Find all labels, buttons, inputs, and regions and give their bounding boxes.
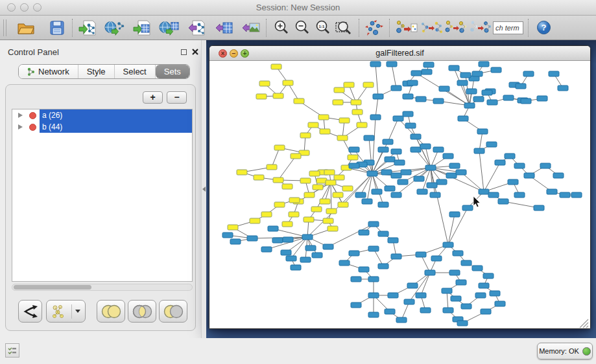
toolbar-separator: [72, 19, 73, 37]
expand-caret-icon[interactable]: [18, 113, 23, 118]
apply-preferred-layout-button[interactable]: [364, 18, 385, 38]
control-panel-title: Control Panel: [8, 47, 59, 57]
export-table-icon: [214, 19, 233, 36]
zoom-out-icon: [294, 19, 311, 36]
control-panel-header: Control Panel: [0, 43, 201, 60]
export-image-icon: [241, 19, 261, 36]
open-session-button[interactable]: [16, 18, 36, 38]
toolbar-separator: [528, 19, 529, 37]
export-image-button[interactable]: [241, 18, 261, 38]
union-button[interactable]: [97, 300, 125, 323]
import-table-file-button[interactable]: [132, 18, 152, 38]
expand-caret-icon[interactable]: [18, 124, 23, 130]
zoom-out-button[interactable]: [292, 18, 313, 38]
float-panel-icon[interactable]: [181, 49, 187, 55]
sets-list[interactable]: a (26) b (44): [12, 109, 193, 282]
new-network-from-selection-button[interactable]: [394, 18, 419, 38]
network-canvas-wrap: [209, 61, 590, 328]
search-input[interactable]: [493, 21, 523, 34]
task-history-button[interactable]: [5, 343, 19, 358]
status-bar: Memory: OK: [0, 338, 596, 364]
yellow-network-icon: [51, 304, 68, 319]
tab-network[interactable]: Network: [19, 65, 78, 78]
intersection-venn-icon: [130, 303, 154, 320]
dropdown-arrow-icon[interactable]: [75, 310, 80, 313]
toolbar-separator: [266, 19, 267, 37]
split-arrows-icon: [22, 304, 39, 319]
zoom-actual-size-icon: 1:1: [315, 19, 331, 36]
export-network-icon: [187, 19, 206, 36]
collapse-handle-icon[interactable]: [202, 187, 206, 192]
app-titlebar: Session: New Session: [0, 0, 596, 16]
export-table-button[interactable]: [213, 18, 234, 38]
tab-sets[interactable]: Sets: [156, 65, 189, 78]
difference-button[interactable]: [159, 300, 187, 323]
union-venn-icon: [99, 303, 123, 320]
zoom-selected-region-button[interactable]: [333, 18, 354, 38]
main-toolbar: 1:1: [0, 16, 596, 40]
desktop-area: × − + galFiltered.sif: [206, 40, 596, 338]
set-row-b[interactable]: b (44): [12, 121, 192, 133]
expand-selection-button[interactable]: [444, 18, 468, 38]
app-title: Session: New Session: [0, 3, 596, 12]
difference-venn-icon: [161, 303, 185, 320]
toolbar-drag-handle[interactable]: [3, 19, 6, 36]
select-first-neighbors-icon: [420, 19, 443, 37]
apply-layout-icon: [364, 19, 384, 37]
memory-ok-indicator: [582, 347, 591, 356]
svg-text:1:1: 1:1: [319, 23, 326, 28]
close-panel-icon[interactable]: [191, 48, 199, 56]
memory-status-badge[interactable]: Memory: OK: [537, 343, 593, 359]
toolbar-separator: [389, 19, 390, 37]
task-list-icon: [6, 344, 19, 357]
svg-text:?: ?: [541, 23, 546, 32]
network-window-title: galFiltered.sif: [209, 49, 590, 58]
zoom-in-icon: [273, 19, 290, 36]
memory-status-label: Memory: OK: [539, 347, 579, 355]
expand-selection-icon: [444, 19, 468, 37]
open-folder-icon: [17, 20, 35, 36]
tab-style[interactable]: Style: [78, 65, 115, 78]
save-floppy-icon: [49, 20, 65, 36]
panel-splitter[interactable]: [201, 40, 206, 338]
export-network-button[interactable]: [186, 18, 207, 38]
create-set-menu-button[interactable]: [46, 300, 86, 323]
import-network-file-button[interactable]: [77, 18, 98, 38]
set-color-dot: [29, 124, 36, 131]
add-set-button[interactable]: +: [143, 91, 163, 104]
import-network-file-icon: [78, 19, 97, 36]
zoom-selected-region-icon: [335, 19, 353, 36]
intersection-button[interactable]: [128, 300, 156, 323]
set-row-a[interactable]: a (26): [12, 109, 192, 121]
import-network-url-button[interactable]: [104, 18, 125, 38]
tab-select[interactable]: Select: [115, 65, 156, 78]
zoom-in-button[interactable]: [271, 18, 292, 38]
select-first-neighbors-button[interactable]: [419, 18, 444, 38]
horizontal-scrollbar[interactable]: [12, 284, 193, 291]
network-graph[interactable]: [209, 61, 590, 329]
save-session-button[interactable]: [47, 18, 67, 38]
import-table-url-button[interactable]: [159, 18, 180, 38]
set-label[interactable]: a (26): [40, 109, 192, 121]
new-network-from-selection-icon: [395, 19, 418, 37]
set-color-dot: [29, 112, 36, 119]
button-divider: [71, 304, 72, 319]
remove-set-button[interactable]: −: [167, 91, 187, 104]
fade-unselected-icon: [469, 19, 492, 37]
network-window[interactable]: × − + galFiltered.sif: [209, 45, 591, 329]
help-button[interactable]: ?: [533, 18, 554, 38]
set-label[interactable]: b (44): [40, 121, 192, 133]
scrollbar-thumb[interactable]: [14, 285, 91, 290]
fade-unselected-button[interactable]: [468, 18, 493, 38]
toolbar-separator: [359, 19, 359, 37]
network-window-titlebar[interactable]: × − + galFiltered.sif: [209, 46, 590, 61]
sets-panel: + − a (26) b (44): [5, 84, 196, 331]
import-table-file-icon: [132, 19, 152, 36]
import-table-url-icon: [159, 19, 180, 36]
control-panel-tabs: Network Style Select Sets: [18, 64, 190, 79]
zoom-actual-size-button[interactable]: 1:1: [313, 18, 333, 38]
split-set-button[interactable]: [18, 300, 42, 323]
help-icon: ?: [536, 20, 551, 35]
network-tab-icon: [27, 67, 35, 76]
import-network-url-icon: [104, 19, 125, 36]
